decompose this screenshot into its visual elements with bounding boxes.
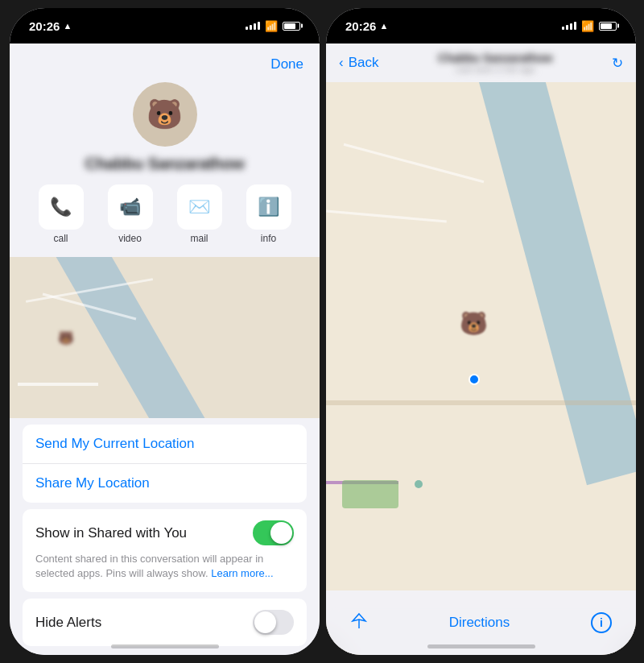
call-icon: 📞 — [39, 184, 84, 230]
my-location-button[interactable] — [350, 612, 368, 634]
status-time-right: 20:26 ▲ — [345, 19, 388, 33]
status-time-left: 20:26 ▲ — [29, 19, 72, 33]
map-avatar-pin-right: 🐻 — [460, 310, 488, 337]
info-button[interactable]: ℹ️ info — [239, 184, 299, 244]
signal-bar-r3 — [570, 23, 572, 30]
hide-alerts-section: Hide Alerts — [23, 599, 307, 646]
status-icons-right: 📶 — [562, 20, 617, 32]
contact-name: Chabbu Sanzarathow — [85, 155, 245, 173]
refresh-button[interactable]: ↻ — [612, 55, 623, 72]
map-road-right-1 — [344, 143, 485, 183]
mail-label: mail — [190, 233, 208, 244]
map-location-dot — [469, 374, 480, 385]
info-icon: ℹ️ — [246, 184, 291, 230]
map-full: 🐻 — [326, 82, 636, 613]
hide-alerts-label: Hide Alerts — [35, 615, 101, 631]
share-location-button[interactable]: Share My Location — [23, 464, 307, 503]
signal-bar-2 — [250, 25, 252, 30]
avatar-emoji: 🐻 — [147, 97, 183, 131]
signal-icon-left — [246, 22, 260, 30]
call-button[interactable]: 📞 call — [31, 184, 91, 244]
directions-button[interactable]: Directions — [449, 615, 510, 631]
nav-contact-info: Chabbu Sanzarathow Last seen 2 min ago — [438, 52, 552, 74]
battery-icon-left — [283, 22, 300, 31]
avatar: 🐻 — [133, 82, 197, 147]
home-indicator-right — [427, 644, 535, 648]
nav-contact-sub: Last seen 2 min ago — [438, 64, 552, 74]
hide-alerts-toggle[interactable] — [253, 610, 294, 635]
map-road-bottom — [18, 383, 98, 386]
shared-with-you-section: Show in Shared with You Content shared i… — [23, 509, 307, 592]
action-buttons: 📞 call 📹 video ✉️ mail ℹ️ info — [31, 184, 299, 244]
battery-tip-left — [301, 24, 303, 28]
shared-row: Show in Shared with You — [35, 520, 294, 545]
right-phone-body: ‹ Back Chabbu Sanzarathow Last seen 2 mi… — [326, 44, 636, 655]
info-circle-label: i — [600, 616, 603, 629]
signal-bar-r1 — [562, 27, 564, 30]
map-background: 🐻 — [326, 82, 636, 613]
video-label: video — [118, 233, 142, 244]
done-button[interactable]: Done — [270, 56, 303, 73]
learn-more-link[interactable]: Learn more... — [211, 567, 273, 579]
back-button[interactable]: ‹ Back — [339, 55, 378, 71]
battery-fill-left — [284, 23, 295, 29]
left-phone-body: Done 🐻 Chabbu Sanzarathow 📞 call 📹 video — [10, 44, 320, 655]
signal-bar-r2 — [566, 25, 568, 30]
video-icon: 📹 — [108, 184, 153, 230]
map-road-horizontal — [326, 400, 636, 405]
hide-alerts-knob — [254, 611, 276, 633]
left-phone: 20:26 ▲ 📶 Done — [10, 8, 320, 655]
wifi-icon-right: 📶 — [581, 20, 594, 32]
map-avatar-pin-left: 🐻 — [58, 330, 74, 346]
home-indicator-left — [111, 644, 219, 648]
location-actions: Send My Current Location Share My Locati… — [23, 425, 307, 503]
mail-button[interactable]: ✉️ mail — [170, 184, 229, 244]
shared-toggle[interactable] — [253, 520, 294, 545]
mail-icon: ✉️ — [177, 184, 222, 230]
contact-header: Done — [10, 44, 320, 82]
app-container: 20:26 ▲ 📶 Done — [0, 0, 644, 663]
signal-bar-1 — [246, 27, 248, 30]
status-icons-left: 📶 — [246, 20, 300, 32]
location-arrow-right: ▲ — [379, 21, 388, 31]
battery-icon-right — [599, 22, 617, 31]
map-water-right — [462, 82, 636, 485]
signal-bar-4 — [258, 22, 260, 30]
signal-bar-r4 — [574, 22, 576, 30]
info-circle-button[interactable]: i — [591, 612, 612, 633]
contact-info: 🐻 Chabbu Sanzarathow 📞 call 📹 video ✉️ m… — [10, 82, 320, 257]
location-arrow-icon — [350, 612, 368, 630]
wifi-icon-left: 📶 — [265, 20, 278, 32]
location-arrow-left: ▲ — [63, 21, 72, 31]
chevron-left-icon: ‹ — [339, 55, 344, 71]
video-button[interactable]: 📹 video — [101, 184, 160, 244]
signal-bar-3 — [254, 23, 256, 30]
time-left: 20:26 — [29, 19, 60, 33]
shared-label: Show in Shared with You — [35, 525, 187, 541]
send-location-button[interactable]: Send My Current Location — [23, 425, 307, 464]
map-preview: 🐻 — [10, 257, 320, 418]
map-road-right-2 — [326, 209, 447, 222]
map-dot-small — [415, 480, 423, 488]
right-phone: 20:26 ▲ 📶 ‹ — [326, 8, 636, 655]
time-right: 20:26 — [345, 19, 376, 33]
shared-description: Content shared in this conversation will… — [35, 552, 294, 581]
battery-tip-right — [617, 24, 619, 28]
back-label: Back — [349, 55, 379, 71]
call-label: call — [53, 233, 68, 244]
signal-icon-right — [562, 22, 576, 30]
status-bar-right: 20:26 ▲ 📶 — [326, 8, 636, 44]
battery-fill-right — [601, 23, 612, 29]
hide-alerts-row: Hide Alerts — [35, 610, 294, 635]
toggle-knob — [270, 522, 292, 544]
nav-contact-name: Chabbu Sanzarathow — [438, 52, 552, 64]
status-bar-left: 20:26 ▲ 📶 — [10, 8, 320, 44]
map-nav-bar: ‹ Back Chabbu Sanzarathow Last seen 2 mi… — [326, 44, 636, 82]
map-green-area — [342, 480, 398, 508]
info-label: info — [261, 233, 276, 244]
